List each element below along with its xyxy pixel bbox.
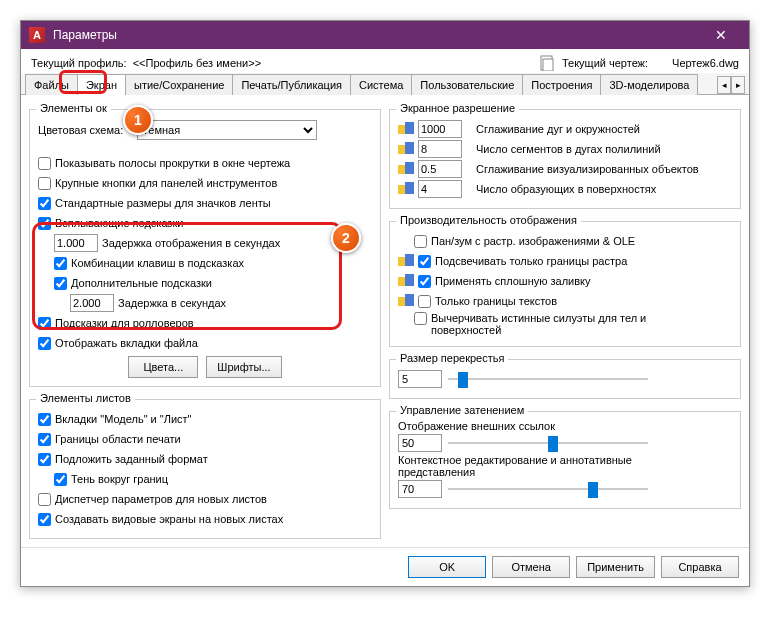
group-fade: Управление затенением Отображение внешни… (389, 411, 741, 509)
group-window-elements: Элементы ок Цветовая схема: Темная Показ… (29, 109, 381, 387)
help-button[interactable]: Справка (661, 556, 739, 578)
svg-rect-9 (405, 182, 414, 194)
tab-build[interactable]: Построения (522, 74, 601, 95)
close-button[interactable]: ✕ (701, 21, 741, 49)
crosshair-value: 5 (398, 370, 442, 388)
chk-extra-tooltips[interactable] (54, 277, 67, 290)
drawing-label: Текущий чертеж: (562, 57, 648, 69)
chk-silhouettes[interactable] (414, 312, 427, 325)
svg-rect-14 (398, 297, 405, 306)
profile-value: <<Профиль без имени>> (133, 57, 261, 69)
svg-rect-10 (398, 257, 405, 266)
input-tooltip-delay[interactable] (54, 234, 98, 252)
tab-3d[interactable]: 3D-моделирова (600, 74, 698, 95)
callout-2: 2 (331, 223, 361, 253)
svg-rect-3 (405, 122, 414, 134)
callout-1: 1 (123, 105, 153, 135)
tab-scroll-right[interactable]: ▸ (731, 76, 745, 94)
svg-rect-6 (398, 165, 405, 174)
group-layout-elements: Элементы листов Вкладки "Модель" и "Лист… (29, 399, 381, 539)
chk-shadow[interactable] (54, 473, 67, 486)
svg-rect-11 (405, 254, 414, 266)
drawing-value: Чертеж6.dwg (672, 57, 739, 69)
chk-solid-fill[interactable] (418, 275, 431, 288)
svg-rect-12 (398, 277, 405, 286)
chk-viewports[interactable] (38, 513, 51, 526)
apply-button[interactable]: Применить (576, 556, 655, 578)
cancel-button[interactable]: Отмена (492, 556, 570, 578)
chk-tooltips[interactable] (38, 217, 51, 230)
chk-text-bounds[interactable] (418, 295, 431, 308)
refedit-fade-value: 70 (398, 480, 442, 498)
right-column: Экранное разрешение Сглаживание дуг и ок… (389, 103, 741, 539)
chk-scrollbars[interactable] (38, 157, 51, 170)
dialog-footer: OK Отмена Применить Справка (21, 547, 749, 586)
perf-icon (398, 274, 414, 288)
options-dialog: A Параметры ✕ Текущий профиль: <<Профиль… (20, 20, 750, 587)
chk-show-tabs[interactable] (38, 337, 51, 350)
tab-open-save[interactable]: ытие/Сохранение (125, 74, 233, 95)
tab-screen[interactable]: Экран (77, 74, 126, 95)
tab-files[interactable]: Файлы (25, 74, 78, 95)
crosshair-slider[interactable] (448, 370, 648, 388)
chk-rollover[interactable] (38, 317, 51, 330)
tab-bar: Файлы Экран ытие/Сохранение Печать/Публи… (21, 73, 749, 95)
input-extra-delay[interactable] (70, 294, 114, 312)
ok-button[interactable]: OK (408, 556, 486, 578)
input-polyline-seg[interactable] (418, 140, 462, 158)
color-scheme-label: Цветовая схема: (38, 124, 123, 136)
input-arc-smooth[interactable] (418, 120, 462, 138)
chk-dispatcher[interactable] (38, 493, 51, 506)
svg-rect-13 (405, 274, 414, 286)
chk-big-buttons[interactable] (38, 177, 51, 190)
left-column: Элементы ок Цветовая схема: Темная Показ… (29, 103, 381, 539)
group-performance: Производительность отображения Пан/зум с… (389, 221, 741, 347)
xref-fade-slider[interactable] (448, 434, 648, 452)
input-render-smooth[interactable] (418, 160, 462, 178)
group-crosshair: Размер перекрестья 5 (389, 359, 741, 399)
chk-panzoom-raster[interactable] (414, 235, 427, 248)
profile-row: Текущий профиль: <<Профиль без имени>> Т… (21, 49, 749, 73)
dialog-title: Параметры (53, 28, 701, 42)
profile-label: Текущий профиль: (31, 57, 127, 69)
tab-system[interactable]: Система (350, 74, 412, 95)
colors-button[interactable]: Цвета... (128, 356, 198, 378)
app-icon: A (29, 27, 45, 43)
svg-rect-4 (398, 145, 405, 154)
color-scheme-select[interactable]: Темная (137, 120, 317, 140)
perf-icon (398, 162, 414, 176)
refedit-fade-slider[interactable] (448, 480, 648, 498)
chk-model-layout-tabs[interactable] (38, 413, 51, 426)
tab-user[interactable]: Пользовательские (411, 74, 523, 95)
dwg-icon (540, 55, 556, 71)
group-resolution: Экранное разрешение Сглаживание дуг и ок… (389, 109, 741, 209)
perf-icon (398, 294, 414, 308)
svg-rect-7 (405, 162, 414, 174)
input-surface-iso[interactable] (418, 180, 462, 198)
chk-raster-bounds[interactable] (418, 255, 431, 268)
chk-key-combos[interactable] (54, 257, 67, 270)
perf-icon (398, 142, 414, 156)
perf-icon (398, 182, 414, 196)
perf-icon (398, 122, 414, 136)
chk-underlay[interactable] (38, 453, 51, 466)
perf-icon (398, 254, 414, 268)
xref-fade-value: 50 (398, 434, 442, 452)
fonts-button[interactable]: Шрифты... (206, 356, 281, 378)
tab-scroll-left[interactable]: ◂ (717, 76, 731, 94)
svg-rect-5 (405, 142, 414, 154)
content-area: Элементы ок Цветовая схема: Темная Показ… (21, 95, 749, 547)
svg-rect-15 (405, 294, 414, 306)
tab-print[interactable]: Печать/Публикация (232, 74, 351, 95)
svg-rect-2 (398, 125, 405, 134)
titlebar: A Параметры ✕ (21, 21, 749, 49)
svg-rect-8 (398, 185, 405, 194)
group-title-window: Элементы ок (36, 102, 111, 114)
svg-rect-1 (543, 59, 553, 71)
chk-std-sizes[interactable] (38, 197, 51, 210)
chk-print-bounds[interactable] (38, 433, 51, 446)
